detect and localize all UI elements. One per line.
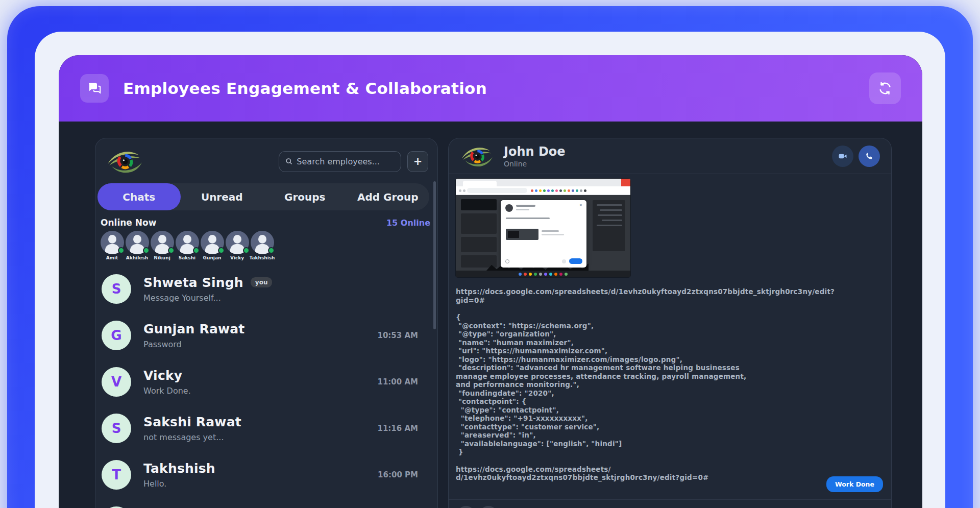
online-dot: [243, 247, 250, 254]
online-now-header: Online Now 15 Online: [95, 210, 437, 231]
chat-panel: John Doe Online: [448, 138, 892, 508]
online-users-row: Amit Akhilesh Nikunj Sakshi Gunjan Vicky: [95, 231, 437, 262]
sidebar-scrollbar[interactable]: [433, 181, 436, 329]
chat-name: Takhshish: [143, 461, 215, 476]
work-done-button[interactable]: Work Done: [826, 476, 883, 492]
chat-name: Shweta Singh: [143, 275, 243, 290]
tab-add-group[interactable]: Add Group: [347, 183, 430, 210]
voice-call-button[interactable]: [859, 146, 880, 167]
online-now-label: Online Now: [101, 217, 156, 228]
online-user[interactable]: Gunjan: [200, 231, 225, 260]
sidebar-tabs: Chats Unread Groups Add Group: [97, 183, 429, 210]
next-message-avatar: [479, 506, 498, 508]
mini-page-content: ✕: [456, 195, 630, 271]
conversation-header: John Doe Online: [449, 138, 891, 174]
mini-share-popup: ✕: [501, 200, 586, 268]
sidebar-top: +: [95, 138, 437, 181]
online-dot: [168, 247, 175, 254]
online-dot: [268, 247, 275, 254]
chat-row-shweta[interactable]: S Shweta Singh you Message Yourself...: [95, 265, 437, 312]
chat-row-nikunj[interactable]: N Nikunj 10:00 AM: [95, 498, 437, 508]
video-camera-icon: [838, 151, 848, 161]
company-eye-logo: [106, 147, 145, 176]
avatar: T: [102, 460, 131, 490]
chat-last-message: Message Yourself...: [143, 293, 272, 303]
page-title: Employees Engagement & Collaboration: [123, 79, 487, 98]
mini-browser-tabbar: [456, 179, 630, 186]
chat-row-sakshi[interactable]: S Sakshi Rawat not messages yet... 11:16…: [95, 405, 437, 451]
chat-bubbles-icon: [80, 74, 109, 103]
online-count: 15 Online: [386, 218, 430, 228]
chat-last-message: Work Done.: [143, 386, 191, 396]
chat-name: Sakshi Rawat: [143, 415, 241, 429]
online-user[interactable]: Amit: [100, 231, 125, 260]
chat-last-message: Password: [143, 340, 245, 349]
tab-groups[interactable]: Groups: [263, 183, 347, 210]
online-user[interactable]: Sakshi: [175, 231, 200, 260]
search-box: [279, 151, 401, 172]
avatar: S: [102, 274, 131, 304]
refresh-button[interactable]: [869, 72, 901, 104]
next-message-avatar: [457, 506, 475, 508]
online-dot: [193, 247, 200, 254]
message-divider: [449, 499, 891, 500]
avatar: S: [102, 414, 131, 443]
avatar: G: [102, 321, 131, 350]
chat-last-message: Hello.: [143, 479, 215, 489]
chat-time: 11:00 AM: [377, 377, 418, 386]
video-call-button[interactable]: [832, 146, 853, 167]
tab-unread[interactable]: Unread: [181, 183, 264, 210]
chat-list: S Shweta Singh you Message Yourself... G…: [95, 262, 437, 508]
schema-json-text: { "@context": "https://schema.org", "@ty…: [456, 313, 772, 456]
embedded-screenshot-attachment[interactable]: ✕: [456, 179, 630, 277]
message-area: ✕: [449, 174, 891, 508]
chat-time: 16:00 PM: [378, 470, 418, 479]
mini-close-button: [621, 179, 630, 186]
tab-chats[interactable]: Chats: [97, 183, 181, 210]
spreadsheet-link-bottom[interactable]: https://docs.google.com/spreadsheets/ d/…: [456, 465, 772, 482]
chat-row-vicky[interactable]: V Vicky Work Done. 11:00 AM: [95, 358, 437, 405]
online-dot: [143, 247, 150, 254]
online-user[interactable]: Nikunj: [150, 231, 175, 260]
chat-name: Vicky: [143, 368, 182, 383]
online-user[interactable]: Takhshish: [250, 231, 275, 260]
chat-time: 10:53 AM: [377, 331, 418, 340]
app-header: Employees Engagement & Collaboration: [59, 55, 922, 122]
app-window: Employees Engagement & Collaboration: [59, 55, 922, 508]
mini-browser-addressbar: [456, 186, 630, 195]
you-badge: you: [251, 277, 273, 287]
mini-taskbar: [456, 271, 630, 277]
contact-name: John Doe: [504, 144, 566, 159]
chat-time: 11:16 AM: [377, 424, 418, 433]
online-dot: [118, 247, 125, 254]
contact-avatar-logo: [460, 143, 496, 169]
avatar: V: [102, 367, 131, 397]
avatar: N: [102, 506, 131, 508]
mini-post-button: [569, 258, 582, 264]
online-user[interactable]: Vicky: [225, 231, 250, 260]
add-employee-button[interactable]: +: [407, 151, 428, 172]
online-dot: [218, 247, 225, 254]
phone-icon: [865, 152, 874, 161]
chat-row-gunjan[interactable]: G Gunjan Rawat Password 10:53 AM: [95, 312, 437, 358]
search-icon: [285, 157, 292, 165]
sidebar: + Chats Unread Groups Add Group Online N…: [95, 138, 438, 508]
chat-row-takhshish[interactable]: T Takhshish Hello. 16:00 PM: [95, 451, 437, 498]
search-input[interactable]: [297, 157, 395, 166]
chat-name: Gunjan Rawat: [143, 322, 245, 336]
online-user[interactable]: Akhilesh: [125, 231, 150, 260]
contact-status: Online: [504, 160, 566, 168]
chat-last-message: not messages yet...: [143, 432, 241, 442]
spreadsheet-link-top[interactable]: https://docs.google.com/spreadsheets/d/1…: [456, 287, 772, 304]
